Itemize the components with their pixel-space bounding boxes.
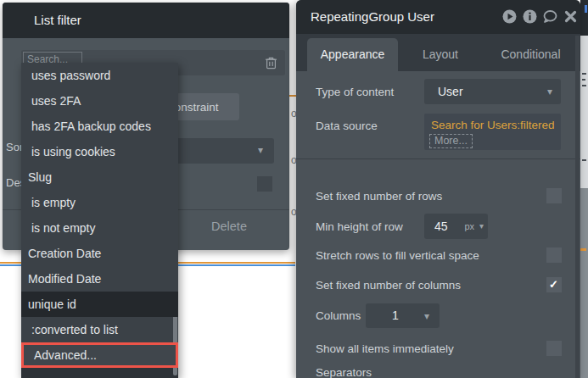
dropdown-item[interactable]: unique id (21, 292, 178, 317)
stretch-rows-label: Stretch rows to fill vertical space (316, 249, 479, 262)
delete-button[interactable]: Delete (191, 213, 267, 240)
tab-appearance[interactable]: Appearance (307, 38, 398, 71)
play-icon[interactable] (502, 9, 517, 24)
filter-dropdown-list: uses passworduses 2FAhas 2FA backup code… (21, 63, 178, 378)
canvas-accent-line-orange-gap (289, 95, 296, 97)
trash-icon[interactable] (265, 56, 277, 69)
dropdown-item[interactable]: Slug (21, 164, 178, 190)
app-background-edge-lower (580, 188, 588, 378)
edge-accent-fragment-blue (585, 5, 587, 13)
set-fixed-rows-label: Set fixed number of rows (316, 190, 442, 203)
edge-accent-fragment (580, 248, 586, 251)
min-height-input[interactable]: 45 px ▾ (424, 214, 488, 239)
tab-conditional[interactable]: Conditional (486, 38, 575, 71)
dropdown-item[interactable]: uses password (21, 63, 178, 88)
stretch-rows-checkbox[interactable] (546, 247, 562, 263)
info-icon[interactable] (523, 9, 537, 24)
show-all-items-checkbox[interactable] (546, 341, 562, 356)
columns-label: Columns (316, 309, 361, 322)
show-all-items-label: Show all items immediately (316, 342, 454, 355)
header-icons (502, 9, 578, 24)
list-filter-header[interactable]: List filter (3, 3, 289, 38)
descending-checkbox[interactable] (257, 176, 272, 192)
data-source-label: Data source (316, 120, 378, 132)
data-source-expression[interactable]: Search for Users:filtered More... (424, 114, 561, 150)
comment-icon[interactable] (543, 9, 557, 24)
type-of-content-value: User (438, 79, 463, 104)
dialog-title: List filter (34, 3, 81, 38)
min-height-row-label: Min height of row (316, 220, 403, 233)
set-fixed-rows-checkbox[interactable] (546, 188, 562, 203)
set-fixed-columns-checkbox[interactable] (546, 277, 562, 292)
section-divider (296, 158, 580, 159)
tab-layout[interactable]: Layout (402, 38, 479, 71)
unit-label[interactable]: px (464, 214, 474, 239)
tab-bar: Appearance Layout Conditional (296, 34, 580, 71)
dropdown-clipped-row (21, 368, 178, 378)
chevron-down-icon: ▾ (547, 86, 552, 97)
close-icon[interactable] (563, 9, 578, 24)
app-background-edge (580, 36, 588, 188)
edge-text-fragment (582, 73, 586, 75)
chevron-down-icon: ▾ (258, 144, 263, 156)
property-editor-header[interactable]: RepeatingGroup User (296, 0, 580, 34)
bubble-editor-screen: o o o List filter Search... Add a new co… (0, 0, 588, 378)
dropdown-item[interactable]: :converted to list (21, 317, 178, 342)
dropdown-item[interactable]: Advanced... (21, 342, 178, 368)
edge-text-fragment (582, 85, 586, 86)
expression-more-button[interactable]: More... (429, 134, 473, 148)
dropdown-item[interactable]: Creation Date (21, 241, 178, 266)
expression-text[interactable]: Search for Users:filtered (431, 119, 555, 131)
dropdown-item[interactable]: is empty (21, 190, 178, 215)
separators-label: Separators (316, 366, 372, 378)
property-editor-panel: RepeatingGroup User (296, 0, 580, 378)
dropdown-item[interactable]: has 2FA backup codes (21, 114, 178, 139)
dropdown-item[interactable]: uses 2FA (21, 88, 178, 114)
dropdown-item[interactable]: is not empty (21, 215, 178, 241)
min-height-value[interactable]: 45 (434, 214, 448, 239)
chevron-down-icon: ▾ (479, 221, 484, 231)
dropdown-item[interactable]: Modified Date (21, 266, 178, 292)
panel-scrollbar[interactable] (575, 36, 580, 378)
columns-value: 1 (392, 303, 399, 328)
type-of-content-select[interactable]: User ▾ (424, 79, 561, 104)
chevron-down-icon: ▾ (424, 310, 429, 322)
element-title: RepeatingGroup User (311, 0, 434, 34)
edge-text-fragment (582, 79, 585, 81)
set-fixed-columns-label: Set fixed number of columns (316, 279, 461, 292)
columns-select[interactable]: 1 ▾ (366, 303, 440, 328)
type-of-content-label: Type of content (316, 86, 394, 98)
edge-text-fragment (582, 159, 586, 161)
dropdown-item[interactable]: is using cookies (21, 139, 178, 164)
